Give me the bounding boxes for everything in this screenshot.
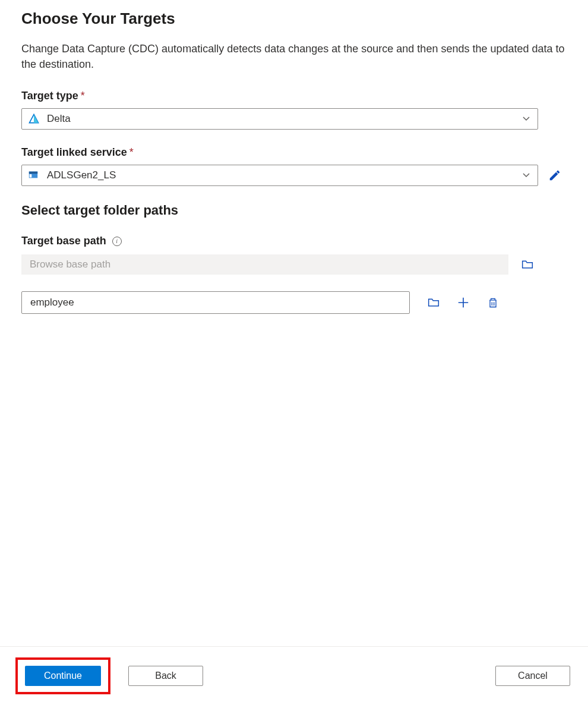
target-type-dropdown[interactable]: Delta [21, 108, 538, 130]
linked-service-value: ADLSGen2_LS [47, 169, 532, 181]
required-marker: * [129, 146, 134, 158]
page-title: Choose Your Targets [21, 10, 567, 28]
chevron-down-icon [522, 171, 530, 180]
target-type-label: Target type* [21, 90, 567, 102]
cancel-button[interactable]: Cancel [495, 666, 570, 686]
footer: Continue Back Cancel [0, 646, 588, 705]
linked-service-dropdown[interactable]: ADLSGen2_LS [21, 165, 538, 186]
continue-button[interactable]: Continue [25, 666, 101, 686]
edit-icon[interactable] [548, 168, 562, 182]
folder-path-input[interactable] [21, 291, 410, 314]
delta-icon [28, 113, 40, 125]
back-button[interactable]: Back [128, 666, 203, 686]
svg-rect-1 [29, 172, 37, 174]
svg-rect-2 [30, 174, 32, 177]
base-path-input[interactable] [21, 254, 508, 275]
delete-icon[interactable] [486, 295, 500, 310]
required-marker: * [81, 90, 85, 102]
browse-folder-icon[interactable] [520, 257, 535, 272]
storage-icon [28, 169, 40, 181]
info-icon[interactable]: i [112, 237, 122, 246]
paths-heading: Select target folder paths [21, 203, 567, 218]
linked-service-label: Target linked service* [21, 146, 567, 159]
page-description: Change Data Capture (CDC) automatically … [21, 41, 567, 72]
browse-folder-icon[interactable] [426, 295, 441, 310]
target-type-value: Delta [47, 113, 532, 125]
continue-highlight: Continue [15, 657, 110, 694]
chevron-down-icon [522, 115, 530, 123]
add-icon[interactable] [456, 295, 470, 310]
base-path-label: Target base path [21, 235, 106, 247]
